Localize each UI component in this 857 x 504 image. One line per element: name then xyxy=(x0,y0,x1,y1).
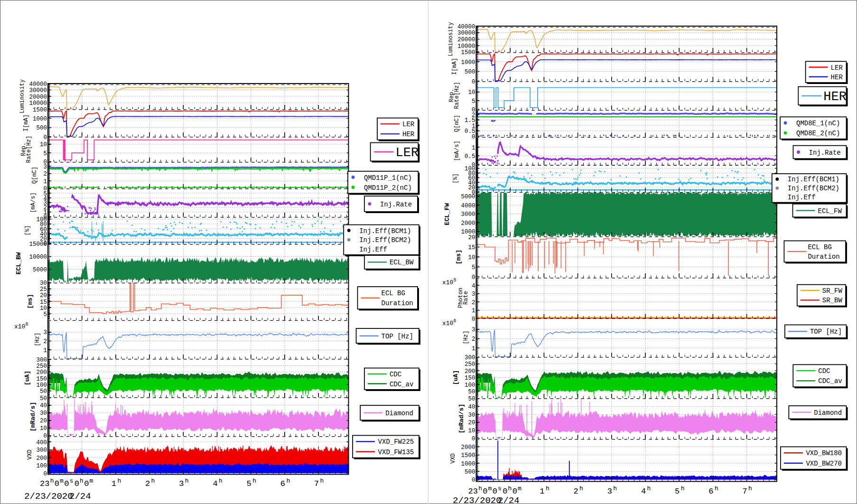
svg-text:2: 2 xyxy=(145,479,150,488)
svg-text:4: 4 xyxy=(213,479,217,488)
svg-text:Inj.Rate: Inj.Rate xyxy=(380,201,412,208)
svg-text:0: 0 xyxy=(472,436,475,442)
svg-text:CDC: CDC xyxy=(818,367,830,375)
svg-text:2: 2 xyxy=(472,336,475,343)
svg-text:I[mA]: I[mA] xyxy=(451,58,458,75)
svg-text:1000: 1000 xyxy=(461,461,475,467)
svg-text:[mA/s]: [mA/s] xyxy=(454,140,460,161)
svg-text:Q[nC]: Q[nC] xyxy=(31,167,38,184)
svg-text:h: h xyxy=(151,477,155,485)
svg-text:[Hz]: [Hz] xyxy=(463,331,469,345)
svg-text:0: 0 xyxy=(43,471,47,477)
svg-text:1000: 1000 xyxy=(461,59,475,66)
svg-text:5000: 5000 xyxy=(33,267,47,273)
svg-text:QMD8E_2(nC): QMD8E_2(nC) xyxy=(796,130,840,137)
svg-text:250: 250 xyxy=(465,361,475,368)
svg-text:15000: 15000 xyxy=(29,241,47,248)
svg-text:3: 3 xyxy=(472,327,475,333)
svg-text:1: 1 xyxy=(472,308,475,314)
svg-text:5: 5 xyxy=(43,311,47,318)
svg-text:LER: LER xyxy=(402,121,415,128)
svg-text:23: 23 xyxy=(40,479,49,488)
svg-text:150: 150 xyxy=(465,375,475,382)
svg-text:6: 6 xyxy=(280,479,285,488)
svg-text:2: 2 xyxy=(573,487,578,496)
svg-text:0: 0 xyxy=(512,487,517,496)
svg-text:0: 0 xyxy=(503,487,507,496)
svg-text:50: 50 xyxy=(468,396,475,402)
svg-text:0: 0 xyxy=(472,274,475,281)
svg-text:HER: HER xyxy=(831,74,843,81)
svg-text:h: h xyxy=(286,477,290,485)
svg-text:VXD_FW135: VXD_FW135 xyxy=(378,448,414,456)
svg-text:10000: 10000 xyxy=(29,254,47,261)
svg-text:0: 0 xyxy=(75,479,79,488)
svg-text:[mRad/s]: [mRad/s] xyxy=(458,404,465,433)
svg-text:h: h xyxy=(613,485,617,492)
svg-text:500: 500 xyxy=(465,69,475,75)
svg-text:LER: LER xyxy=(831,64,843,72)
svg-text:h: h xyxy=(185,477,189,485)
svg-text:2000: 2000 xyxy=(461,220,475,227)
svg-text:2000: 2000 xyxy=(461,444,475,451)
svg-text:m: m xyxy=(60,477,64,485)
svg-text:h: h xyxy=(117,477,121,485)
svg-text:Inj.Eff(BCM2): Inj.Eff(BCM2) xyxy=(788,185,839,192)
svg-text:5: 5 xyxy=(43,150,47,157)
svg-text:1: 1 xyxy=(43,347,47,354)
svg-text:100: 100 xyxy=(465,166,475,172)
svg-text:ECL_FW: ECL_FW xyxy=(444,203,451,225)
svg-text:CDC: CDC xyxy=(390,371,401,378)
svg-text:ECL BG: ECL BG xyxy=(808,243,831,251)
svg-text:[Hz]: [Hz] xyxy=(34,333,41,346)
svg-text:2: 2 xyxy=(43,338,47,345)
svg-text:7: 7 xyxy=(742,487,747,496)
svg-text:3: 3 xyxy=(607,487,612,496)
svg-text:QMD8E_1(nC): QMD8E_1(nC) xyxy=(796,120,840,127)
svg-text:2: 2 xyxy=(472,112,475,119)
svg-text:h: h xyxy=(647,485,651,492)
svg-text:20: 20 xyxy=(468,420,475,426)
svg-text:100: 100 xyxy=(36,463,47,469)
svg-text:40: 40 xyxy=(40,402,47,409)
svg-text:Inj.Eff(BCM1): Inj.Eff(BCM1) xyxy=(788,176,839,183)
svg-text:20: 20 xyxy=(40,292,47,299)
svg-text:h: h xyxy=(681,485,685,492)
svg-text:5: 5 xyxy=(472,264,475,271)
svg-text:10: 10 xyxy=(40,425,47,432)
svg-text:h: h xyxy=(748,485,752,492)
svg-text:1: 1 xyxy=(112,479,116,488)
svg-text:h: h xyxy=(252,477,256,485)
svg-text:h: h xyxy=(478,485,482,492)
svg-text:1000: 1000 xyxy=(33,116,47,122)
svg-text:3: 3 xyxy=(472,291,475,298)
svg-text:5: 5 xyxy=(675,487,680,496)
svg-text:VXD: VXD xyxy=(27,449,33,460)
svg-text:10: 10 xyxy=(468,254,475,261)
svg-text:Rate[Hz]: Rate[Hz] xyxy=(26,136,32,163)
svg-text:h: h xyxy=(219,477,223,485)
svg-text:I[mA]: I[mA] xyxy=(23,114,29,131)
svg-text:SR_BW: SR_BW xyxy=(822,297,843,304)
svg-text:0: 0 xyxy=(493,487,497,496)
svg-text:1: 1 xyxy=(540,487,544,496)
svg-text:0: 0 xyxy=(43,433,47,439)
svg-text:0: 0 xyxy=(472,79,475,85)
svg-text:4: 4 xyxy=(472,283,475,289)
svg-text:7: 7 xyxy=(314,479,319,488)
svg-text:ECL_FW: ECL_FW xyxy=(818,207,842,215)
svg-text:SR_FW: SR_FW xyxy=(822,287,843,295)
svg-text:6: 6 xyxy=(708,487,713,496)
svg-text:Rate[Hz]: Rate[Hz] xyxy=(454,82,460,109)
svg-text:[%]: [%] xyxy=(452,173,459,184)
svg-text:1500: 1500 xyxy=(461,49,475,56)
svg-text:2/24: 2/24 xyxy=(69,491,91,502)
svg-text:5: 5 xyxy=(247,479,252,488)
svg-text:5: 5 xyxy=(472,98,475,105)
svg-text:[mA/s]: [mA/s] xyxy=(30,192,37,213)
svg-text:200: 200 xyxy=(465,368,475,375)
svg-text:200: 200 xyxy=(36,369,47,376)
svg-text:Inj.Eff(BCM1): Inj.Eff(BCM1) xyxy=(359,227,411,235)
svg-text:0.5: 0.5 xyxy=(465,153,475,160)
svg-text:VXD_BW270: VXD_BW270 xyxy=(806,460,842,467)
